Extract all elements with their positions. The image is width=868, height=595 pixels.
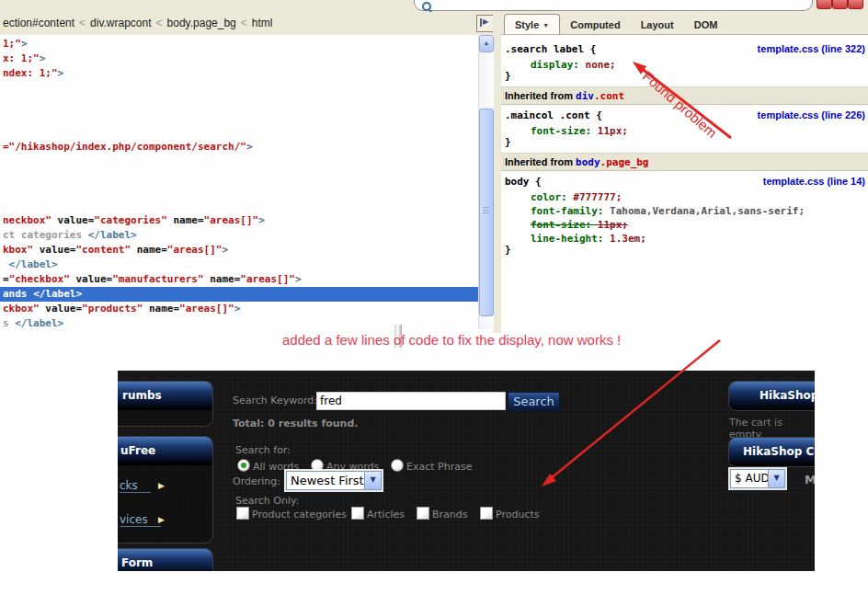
breadcrumb-item-body[interactable]: body.page_bg <box>167 17 236 29</box>
code-token: </label> <box>33 288 82 300</box>
window-button-minimize[interactable] <box>817 0 832 9</box>
code-token: ct categories <box>3 229 88 241</box>
quick-search-input[interactable] <box>414 0 813 11</box>
ordering-select[interactable]: Newest First ▼ <box>286 471 382 490</box>
css-selector[interactable]: .search label { <box>505 42 596 56</box>
window-top-strip <box>0 0 868 12</box>
sidebar-menu-link-2[interactable]: vices <box>120 513 161 527</box>
checkbox-articles[interactable] <box>351 507 364 520</box>
checkbox-brands[interactable] <box>417 507 429 520</box>
css-file-link[interactable]: template.css (line 322) <box>758 42 865 56</box>
css-property[interactable]: font-size: 11px; <box>505 122 865 136</box>
inherited-element-link[interactable]: div <box>576 90 594 102</box>
radio-any-words[interactable] <box>311 459 324 472</box>
code-token: kbox" <box>3 244 33 256</box>
inherited-element-link[interactable]: body <box>576 156 600 168</box>
scrollbar-thumb[interactable] <box>479 109 494 316</box>
dropdown-arrow-icon[interactable]: ▼ <box>364 472 381 489</box>
selected-code-line[interactable]: ands </label> <box>0 287 478 302</box>
code-token: "manufacturers" <box>112 273 203 285</box>
css-property[interactable]: display: none; <box>505 56 865 70</box>
breadcrumb-item-content[interactable]: ection#content <box>3 17 74 29</box>
code-token: value= <box>33 244 75 256</box>
code-line[interactable]: ckbox" value="products" name="areas[]"> <box>3 302 240 316</box>
code-token: ands <box>3 288 33 300</box>
code-line[interactable]: </label> <box>3 257 58 272</box>
checkbox-product-categories[interactable] <box>236 507 249 520</box>
panel-divider[interactable] <box>493 12 501 333</box>
code-token: "areas[]" <box>179 303 234 315</box>
vertical-scrollbar[interactable]: ▲ <box>478 35 494 329</box>
code-token: "areas[]" <box>204 214 259 226</box>
inherited-from-bar: Inherited from body.page_bg <box>501 153 868 171</box>
html-source-panel: 1;">x: 1;">ndex: 1;">="/hikashop/index.p… <box>0 35 478 333</box>
breadcrumb-separator: < <box>74 17 90 29</box>
window-button-maximize[interactable] <box>832 0 848 9</box>
breadcrumb-bar: ection#content<div.wrapcont<body.page_bg… <box>0 12 493 36</box>
search-button[interactable]: Search <box>508 392 560 411</box>
breadcrumb-item-wrapcont[interactable]: div.wrapcont <box>90 17 151 29</box>
tab-layout[interactable]: Layout <box>631 15 684 34</box>
window-button-close[interactable] <box>848 0 863 9</box>
checkbox-product-categories-label: Product categories <box>252 509 347 521</box>
code-token: name= <box>131 244 167 256</box>
code-token: > <box>21 38 28 50</box>
css-rule: .search label {template.css (line 322)di… <box>501 40 868 85</box>
code-line[interactable]: 1;"> <box>3 37 28 51</box>
search-keyword-input[interactable] <box>316 392 506 410</box>
inherited-from-label: Inherited from <box>505 156 576 167</box>
panel-toggle-bar-icon <box>480 18 482 27</box>
menu-arrow-icon: ▶ <box>158 515 165 524</box>
code-line[interactable]: ="/hikashop/index.php/component/search/"… <box>3 140 253 154</box>
css-selector[interactable]: body { <box>505 175 542 189</box>
css-property[interactable]: line-height: 1.3em; <box>505 230 865 244</box>
scrollbar-up-button[interactable]: ▲ <box>479 35 494 52</box>
code-line[interactable]: ="checkbox" value="manufacturers" name="… <box>3 272 302 287</box>
code-line[interactable]: kbox" value="content" name="areas[]"> <box>3 243 228 257</box>
side-panel-tabbar: Style▼ Computed Layout DOM <box>501 12 868 35</box>
code-line[interactable]: neckbox" value="categories" name="areas[… <box>3 213 265 228</box>
css-file-link[interactable]: template.css (line 14) <box>763 175 865 189</box>
breadcrumb-item-html[interactable]: html <box>252 17 273 29</box>
inherited-from-label: Inherited from <box>505 90 576 101</box>
code-token: ndex: 1;" <box>3 67 58 79</box>
search-keyword-label: Search Keyword: <box>233 395 317 406</box>
scroll-up-icon: ▲ <box>484 40 490 46</box>
module-hikashop-currency: HikaShop Cu <box>728 437 815 467</box>
code-token: "areas[]" <box>240 273 295 285</box>
module-hikashop-cart-title: HikaShop <box>729 382 815 410</box>
code-line[interactable]: s </label> <box>3 316 63 331</box>
tab-computed[interactable]: Computed <box>560 15 630 34</box>
inherited-class-link[interactable]: .page_bg <box>600 156 649 168</box>
panel-toggle-button[interactable]: ▶ <box>476 15 494 32</box>
module-breadcrumbs: rumbs <box>118 381 213 427</box>
css-selector[interactable]: .maincol .cont { <box>505 109 602 122</box>
currency-select[interactable]: $ AUD ▼ <box>730 469 785 488</box>
code-line[interactable]: ct categories </label> <box>3 228 137 243</box>
sidebar-menu-link-1[interactable]: cks <box>120 479 151 493</box>
css-property[interactable]: font-size: 11px; <box>505 216 865 230</box>
inherited-class-link[interactable]: .cont <box>594 90 624 102</box>
code-line[interactable]: x: 1;"> <box>3 51 45 66</box>
css-file-link[interactable]: template.css (line 226) <box>758 109 865 122</box>
radio-all-words[interactable] <box>237 459 250 472</box>
code-token: name= <box>143 303 179 315</box>
code-token: value= <box>40 303 82 315</box>
radio-exact-phrase[interactable] <box>391 459 404 472</box>
checkbox-brands-label: Brands <box>432 509 468 521</box>
code-token: x: 1;" <box>3 52 40 64</box>
css-rule-close: } <box>505 70 865 83</box>
code-line[interactable]: ndex: 1;"> <box>3 66 63 81</box>
tab-style-label: Style <box>515 19 539 30</box>
tab-dom[interactable]: DOM <box>684 15 728 34</box>
code-token: value= <box>51 214 94 226</box>
tab-style[interactable]: Style▼ <box>504 14 560 34</box>
website-preview: rumbs uFree cks ▶ vices ▶ Form HikaShop … <box>118 371 815 571</box>
dropdown-arrow-icon[interactable]: ▼ <box>768 470 784 487</box>
code-token: "content" <box>75 244 131 256</box>
css-property[interactable]: color: #777777; <box>505 189 865 202</box>
code-token: value= <box>70 273 112 285</box>
firebug-window: ection#content<div.wrapcont<body.page_bg… <box>0 0 868 595</box>
css-property[interactable]: font-family: Tahoma,Verdana,Arial,sans-s… <box>505 202 865 216</box>
checkbox-products[interactable] <box>480 507 493 520</box>
